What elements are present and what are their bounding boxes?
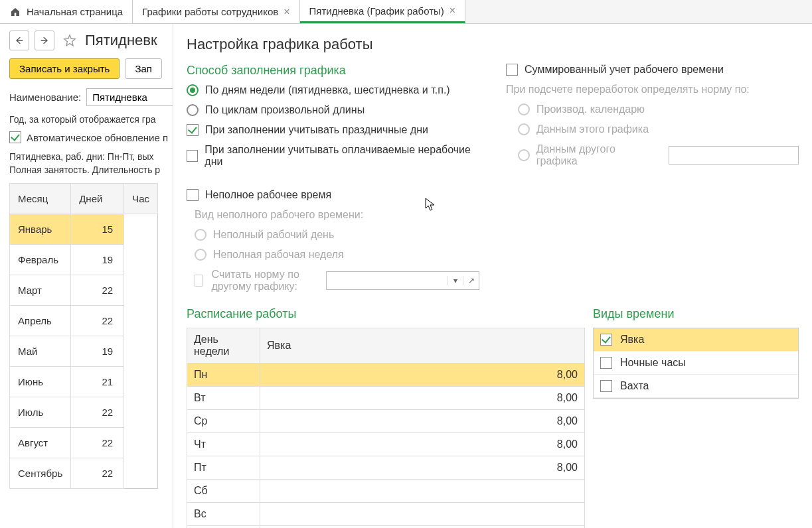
table-row[interactable]: Июль22 (10, 397, 158, 428)
close-icon[interactable]: × (449, 5, 455, 17)
days-cell: 21 (71, 367, 124, 397)
save-button[interactable]: Зап (125, 58, 162, 79)
radio-norm-calendar (518, 103, 530, 115)
checkbox-other-norm-label: Считать норму по другому графику: (212, 269, 317, 293)
schedule-title: Расписание работы (187, 307, 585, 321)
back-button[interactable] (9, 31, 29, 50)
time-type-checkbox[interactable] (600, 334, 612, 346)
table-row[interactable]: Май19 (10, 336, 158, 367)
time-type-checkbox[interactable] (600, 357, 612, 369)
table-row[interactable]: Ср8,00 (187, 410, 585, 433)
time-type-label: Вахта (620, 380, 649, 392)
day-cell: Пн (187, 363, 260, 387)
days-cell: 15 (71, 214, 124, 245)
schedule-table[interactable]: День недели Явка Пн8,00Вт8,00Ср8,00Чт8,0… (187, 328, 585, 528)
month-cell: Май (10, 336, 71, 367)
time-types-title: Виды времени (593, 307, 799, 321)
day-cell: Пт (187, 456, 260, 480)
checkbox-paid-nonwork[interactable] (187, 150, 198, 162)
month-cell: Март (10, 275, 71, 306)
table-row[interactable]: Пн8,00 (187, 363, 585, 387)
hours-cell[interactable]: 8,00 (260, 410, 585, 433)
hours-cell[interactable] (260, 480, 585, 503)
forward-button[interactable] (35, 31, 54, 50)
list-item[interactable]: Ночные часы (594, 352, 798, 375)
radio-by-cycle-label: По циклам произвольной длины (205, 104, 365, 116)
hours-cell[interactable]: 8,00 (260, 433, 585, 456)
tab-home[interactable]: Начальная страница (0, 0, 133, 23)
table-row[interactable]: Вс (187, 503, 585, 526)
day-cell: Сб (187, 480, 260, 503)
table-row[interactable]: Июнь21 (10, 367, 158, 397)
auto-update-checkbox[interactable] (9, 131, 21, 143)
radio-by-cycle[interactable] (187, 104, 199, 116)
chevron-down-icon: ▾ (447, 276, 463, 285)
radio-parttime-week (195, 249, 206, 261)
norm-other-input (669, 151, 798, 161)
list-item[interactable]: Явка (594, 328, 798, 352)
tab-schedule-item[interactable]: Пятидневка (График работы) × (300, 0, 466, 23)
tab-bar: Начальная страница Графики работы сотруд… (0, 0, 812, 24)
col-attendance: Явка (260, 328, 585, 363)
settings-panel: Настройка графика работы Способ заполнен… (173, 24, 812, 528)
norm-other-combo (669, 146, 799, 165)
norm-label: При подсчете переработок определять норм… (506, 84, 750, 96)
table-row[interactable]: Август22 (10, 428, 158, 458)
table-row[interactable]: Март22 (10, 275, 158, 306)
close-icon[interactable]: × (284, 6, 289, 18)
days-cell: 22 (71, 306, 124, 336)
checkbox-summed-label: Суммированный учет рабочего времени (525, 64, 724, 76)
time-types-list[interactable]: ЯвкаНочные часыВахта (593, 328, 799, 399)
radio-norm-other-label: Данным другого графика (536, 143, 657, 167)
other-norm-combo: ▾ ↗ (326, 271, 479, 290)
time-type-label: Ночные часы (620, 357, 686, 369)
days-cell: 22 (71, 275, 124, 306)
hours-cell[interactable]: 8,00 (260, 387, 585, 410)
month-cell: Июнь (10, 367, 71, 397)
checkbox-holidays-label: При заполнении учитывать праздничные дни (205, 124, 428, 136)
table-row[interactable]: Январь15 (10, 214, 158, 245)
hours-cell[interactable]: 8,00 (260, 363, 585, 387)
save-close-button[interactable]: Записать и закрыть (9, 58, 120, 79)
checkbox-parttime[interactable] (187, 189, 199, 201)
day-cell: Вс (187, 503, 260, 526)
radio-parttime-day (195, 229, 206, 241)
hours-cell[interactable] (260, 503, 585, 526)
checkbox-other-norm (195, 275, 203, 287)
auto-update-label: Автоматическое обновление п (27, 132, 168, 143)
days-cell: 19 (71, 336, 124, 367)
table-row[interactable]: Апрель22 (10, 306, 158, 336)
radio-parttime-week-label: Неполная рабочая неделя (213, 249, 344, 261)
table-row[interactable]: Чт8,00 (187, 433, 585, 456)
days-cell: 22 (71, 397, 124, 428)
radio-norm-calendar-label: Производ. календарю (536, 103, 645, 115)
checkbox-summed[interactable] (506, 64, 518, 76)
hours-cell[interactable]: 8,00 (260, 456, 585, 480)
col-days: Дней (71, 184, 124, 214)
col-month: Месяц (10, 184, 71, 214)
radio-parttime-day-label: Неполный рабочий день (213, 229, 334, 241)
time-type-label: Явка (620, 334, 644, 346)
parttime-kind-label: Вид неполного рабочего времени: (195, 209, 363, 221)
checkbox-holidays[interactable] (187, 124, 199, 136)
favorite-button[interactable] (60, 31, 80, 50)
name-label: Наименование: (9, 92, 81, 103)
table-row[interactable]: Сб (187, 480, 585, 503)
table-row[interactable]: Пт8,00 (187, 456, 585, 480)
month-table[interactable]: Месяц Дней Час Январь15Февраль19Март22Ап… (9, 183, 158, 489)
tab-schedule-list[interactable]: Графики работы сотрудников × (133, 0, 299, 23)
radio-by-weekday[interactable] (187, 84, 199, 96)
table-row[interactable]: Вт8,00 (187, 387, 585, 410)
time-type-checkbox[interactable] (600, 380, 612, 392)
home-icon (9, 7, 21, 17)
radio-norm-this-label: Данным этого графика (536, 123, 649, 135)
day-cell: Вт (187, 387, 260, 410)
table-row[interactable]: Февраль19 (10, 245, 158, 275)
days-cell: 22 (71, 458, 124, 489)
month-cell: Январь (10, 214, 71, 245)
list-item[interactable]: Вахта (594, 375, 798, 398)
table-row[interactable]: Сентябрь22 (10, 458, 158, 489)
page-title: Пятидневк (85, 32, 157, 49)
radio-norm-other (518, 149, 530, 161)
checkbox-parttime-label: Неполное рабочее время (205, 189, 331, 201)
